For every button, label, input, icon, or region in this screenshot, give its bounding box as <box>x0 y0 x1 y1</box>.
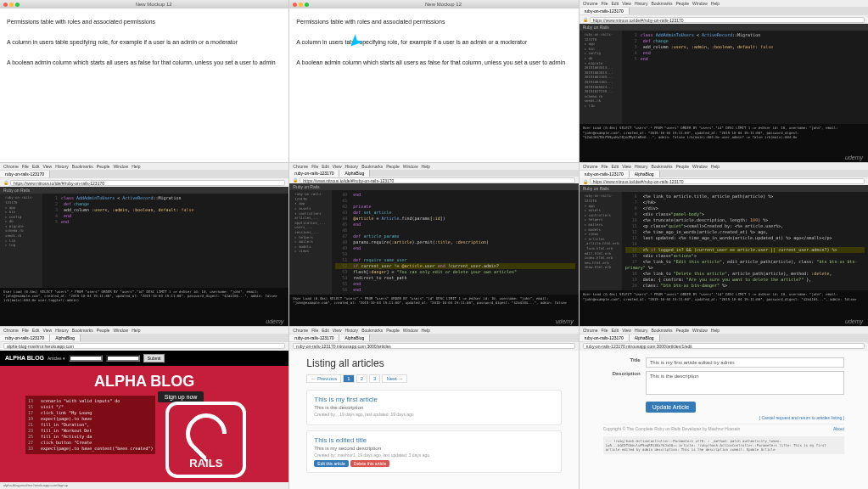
menu-item[interactable]: Chrome <box>3 328 19 333</box>
code-line[interactable]: 55 end <box>335 281 574 287</box>
browser-tabs[interactable]: ruby-on-rails-123170AlphaBlog <box>580 334 868 342</box>
menu-item[interactable]: Edit <box>612 328 619 333</box>
menu-item[interactable]: People <box>675 328 689 333</box>
tab[interactable]: AlphaBlog <box>630 171 660 177</box>
file-tree[interactable]: ruby-on-rails-123170▾ app ▸ assets ▾ con… <box>289 190 332 295</box>
menu-item[interactable]: Chrome <box>293 164 308 169</box>
code-editor[interactable]: 1class AddAdminToUsers < ActiveRecord::M… <box>42 194 288 287</box>
code-line[interactable]: 17 <%= link_to "Edit this article", edit… <box>625 259 865 271</box>
title-input[interactable]: This is my first article edited by admin <box>646 357 844 368</box>
code-line[interactable]: 52 if current_user != @article.user and … <box>335 263 574 269</box>
delete-article-button[interactable]: Delete this article <box>350 460 389 467</box>
tab[interactable]: ruby-on-rails-123170 <box>580 8 630 14</box>
menu-item[interactable]: File <box>601 1 608 6</box>
menu-item[interactable]: View <box>622 164 631 169</box>
tree-item[interactable]: ▸ lib <box>581 104 620 109</box>
menu-item[interactable]: People <box>386 164 400 169</box>
code-line[interactable]: 10 <%= truncate(article.description, len… <box>625 217 865 223</box>
menu-item[interactable]: History <box>345 328 359 333</box>
menu-item[interactable]: Bookmarks <box>72 328 93 333</box>
code-line[interactable]: 5end <box>625 56 865 62</box>
menu-item[interactable]: Bookmarks <box>651 164 672 169</box>
site-logo[interactable]: ALPHA BLOG <box>5 355 44 361</box>
chrome-menu[interactable]: ChromeFileEditViewHistoryBookmarksPeople… <box>0 163 288 170</box>
menu-item[interactable]: Edit <box>32 164 40 169</box>
tree-item[interactable]: ▸ log <box>2 243 41 248</box>
tab[interactable]: ruby-on-rails-123170 <box>289 334 339 341</box>
menu-item[interactable]: Chrome <box>583 164 598 169</box>
menu-item[interactable]: Chrome <box>3 164 19 169</box>
menu-item[interactable]: File <box>22 164 29 169</box>
menu-item[interactable]: History <box>635 164 648 169</box>
menu-item[interactable]: People <box>97 164 110 169</box>
close-icon[interactable] <box>3 3 8 7</box>
menu-item[interactable]: Bookmarks <box>72 164 93 169</box>
page-button[interactable]: 3 <box>369 374 380 383</box>
tab[interactable]: ruby-on-rails-123170 <box>0 171 50 177</box>
url-input[interactable]: https://www.nitrous.io/ide/#/ruby-on-rai… <box>10 180 285 186</box>
code-line[interactable]: 44 @article = Article.find(params[:id]) <box>335 216 574 222</box>
menu-item[interactable]: History <box>635 1 648 6</box>
chrome-menu[interactable]: ChromeFileEditViewHistoryBookmarksPeople… <box>289 327 578 334</box>
article-title-link[interactable]: This is edited title <box>314 436 553 444</box>
tab[interactable]: AlphaBlog <box>339 334 370 341</box>
menu-item[interactable]: Edit <box>612 1 619 6</box>
menu-item[interactable]: Chrome <box>293 328 308 333</box>
close-icon[interactable] <box>293 3 297 7</box>
maximize-icon[interactable] <box>305 3 309 7</box>
code-line[interactable]: 54 redirect_to root_path <box>335 275 574 281</box>
code-line[interactable]: 20 class: "btn btn-xs btn-danger" %> <box>625 283 865 289</box>
menu-item[interactable]: View <box>333 164 342 169</box>
code-line[interactable]: 50 <box>335 251 574 257</box>
file-tree[interactable]: ruby-on-rails-123170▸ app▸ bin▸ config▸ … <box>0 194 42 287</box>
update-article-button[interactable]: Update Article <box>646 402 697 413</box>
code-line[interactable]: 5end <box>46 219 285 225</box>
chrome-menu[interactable]: ChromeFileEditViewHistoryBookmarksPeople… <box>0 327 288 334</box>
menu-item[interactable]: View <box>622 1 631 6</box>
tree-item[interactable]: ruby-on-rails-123170 <box>2 195 41 205</box>
code-line[interactable]: 18 <%= link_to "Delete this article", ar… <box>625 271 865 277</box>
code-line[interactable]: 48 params.require(:article).permit(:titl… <box>335 239 574 245</box>
menu-item[interactable]: Chrome <box>583 328 598 333</box>
code-line[interactable]: 1class AddAdminToUsers < ActiveRecord::M… <box>46 195 285 201</box>
tree-item[interactable]: ruby-on-rails-123170 <box>581 194 620 203</box>
tab[interactable]: AlphaBlog <box>339 170 370 177</box>
password-input[interactable] <box>106 355 140 362</box>
url-input[interactable]: https://www.nitrous.io/ide/#/ruby-on-rai… <box>300 177 574 183</box>
login-input[interactable] <box>69 355 103 362</box>
nav-dropdown[interactable]: Articles ▾ <box>48 356 65 361</box>
code-line[interactable]: 4 end <box>625 50 865 56</box>
menu-item[interactable]: Window <box>692 328 708 333</box>
menu-item[interactable]: File <box>601 328 608 333</box>
url-input[interactable]: ruby-on-rails-123170.nitrousapp.com:3000… <box>293 343 574 349</box>
chrome-menu[interactable]: ChromeFileEditViewHistoryBookmarksPeople… <box>289 163 578 170</box>
chrome-menu[interactable]: ChromeFileEditViewHistoryBookmarksPeople… <box>580 0 868 7</box>
code-line[interactable]: 40 end <box>335 192 574 198</box>
menu-item[interactable]: Window <box>692 1 708 6</box>
code-line[interactable]: 49 end <box>335 245 574 251</box>
chrome-menu[interactable]: ChromeFileEditViewHistoryBookmarksPeople… <box>580 163 868 170</box>
menu-item[interactable]: People <box>675 1 689 6</box>
menu-item[interactable]: Chrome <box>583 1 598 6</box>
menu-item[interactable]: Help <box>422 328 430 333</box>
tab[interactable]: ruby-on-rails-123170 <box>580 334 630 341</box>
menu-item[interactable]: Help <box>422 164 430 169</box>
menu-item[interactable]: Bookmarks <box>651 328 672 333</box>
code-line[interactable]: 3 add_column :users, :admin, :boolean, d… <box>625 44 865 50</box>
page-button[interactable]: 2 <box>356 374 367 383</box>
browser-tabs[interactable]: ruby-on-rails-123170 <box>0 170 288 178</box>
tree-item[interactable]: ▸ views <box>291 249 330 254</box>
code-editor[interactable]: 1class AddAdminToUsers < ActiveRecord::M… <box>622 31 868 124</box>
menu-item[interactable]: View <box>622 328 631 333</box>
rails-console[interactable]: User Load (0.4ms) SELECT "users".* FROM … <box>580 124 868 162</box>
menu-item[interactable]: File <box>22 328 29 333</box>
code-line[interactable]: 19 data: { confirm: "Are you sure you wa… <box>625 277 865 283</box>
code-line[interactable]: 15 <% if logged_in? && (current_user == … <box>625 247 865 253</box>
tab[interactable]: ruby-on-rails-123170 <box>289 170 339 177</box>
code-line[interactable]: 43 def set_article <box>335 210 574 216</box>
page-button[interactable]: 1 <box>343 374 354 383</box>
menu-item[interactable]: Window <box>403 164 418 169</box>
page-button[interactable]: ← Previous <box>306 374 341 383</box>
code-line[interactable]: 16 <div class="actions"> <box>625 253 865 259</box>
menu-item[interactable]: People <box>386 328 400 333</box>
